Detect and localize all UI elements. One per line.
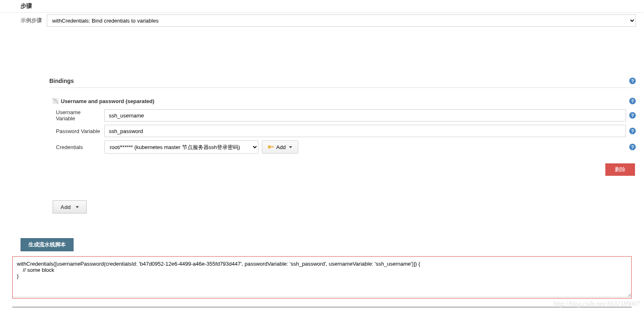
sample-step-row: 示例步骤 withCredentials: Bind credentials t… <box>21 13 644 28</box>
bindings-title: Bindings <box>49 78 629 84</box>
chevron-down-icon <box>289 146 292 148</box>
sample-step-label: 示例步骤 <box>21 14 46 24</box>
add-binding-label: Add <box>60 204 71 210</box>
credentials-select[interactable]: root/****** (kubernetes master 节点服务器ssh登… <box>104 140 259 154</box>
help-icon[interactable]: ? <box>629 144 636 150</box>
generate-script-button[interactable]: 生成流水线脚本 <box>21 238 74 251</box>
sample-step-select[interactable]: withCredentials: Bind credentials to var… <box>47 14 636 27</box>
script-output-textarea[interactable] <box>12 256 632 297</box>
help-icon[interactable]: ? <box>629 112 636 119</box>
binding-type-label: Username and password (separated) <box>61 98 629 104</box>
username-variable-row: Username Variable ? <box>56 109 636 122</box>
credentials-label: Credentials <box>56 144 104 150</box>
password-variable-row: Password Variable ? <box>56 125 636 137</box>
help-icon[interactable]: ? <box>629 128 636 134</box>
help-icon[interactable]: ? <box>629 78 636 84</box>
add-credentials-button[interactable]: Add <box>262 140 298 154</box>
key-icon <box>268 145 274 149</box>
watermark: http://blog.csdn.net/A632189007 <box>553 300 640 308</box>
script-output-wrap <box>12 256 632 299</box>
steps-section-title: 步骤 <box>0 0 644 13</box>
password-variable-label: Password Variable <box>56 128 104 134</box>
drag-handle-icon[interactable] <box>53 98 58 104</box>
credentials-row: Credentials root/****** (kubernetes mast… <box>56 140 636 154</box>
add-binding-button[interactable]: Add <box>53 200 87 214</box>
help-icon[interactable]: ? <box>629 98 636 104</box>
binding-block: Username and password (separated) ? User… <box>53 96 636 176</box>
bindings-section: Bindings ? Username and password (separa… <box>49 78 636 214</box>
add-credentials-label: Add <box>276 144 286 150</box>
global-vars-title: 全局变量 <box>12 307 632 310</box>
delete-button[interactable]: 删除 <box>605 163 635 176</box>
chevron-down-icon <box>76 206 79 208</box>
password-variable-input[interactable] <box>104 125 626 137</box>
username-variable-input[interactable] <box>104 109 626 122</box>
username-variable-label: Username Variable <box>56 109 104 122</box>
